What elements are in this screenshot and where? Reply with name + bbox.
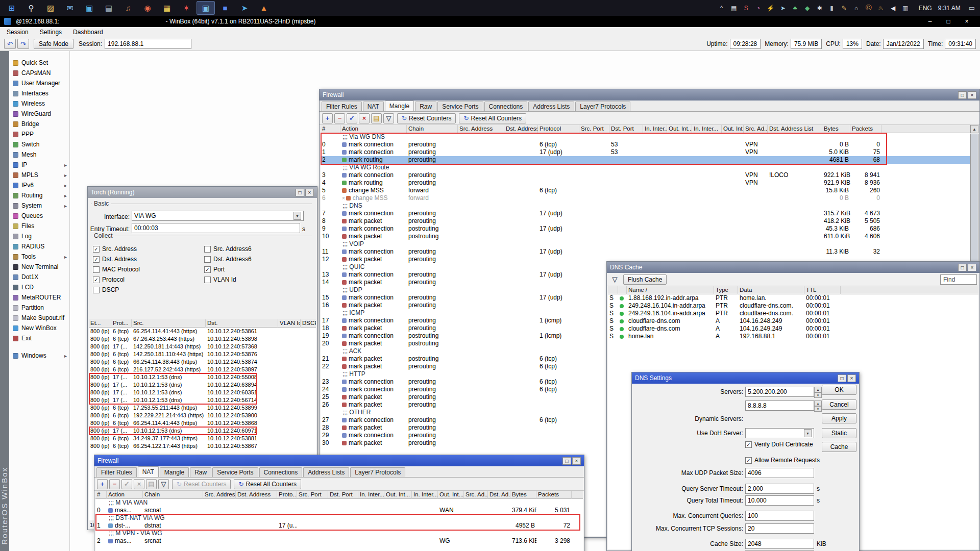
table-row[interactable]: 800 (ip)6 (tcp)66.254.114.41:443 (https)… — [89, 328, 316, 335]
tab-service-ports[interactable]: Service Ports — [437, 102, 483, 111]
column-10-in-inter[interactable]: In. Inter... — [412, 491, 438, 499]
store-icon[interactable]: ▣ — [80, 1, 99, 15]
tab-raw[interactable]: Raw — [190, 467, 211, 477]
tab-connections[interactable]: Connections — [259, 467, 303, 477]
tab-service-ports[interactable]: Service Ports — [212, 467, 258, 477]
query-total-timeout-field[interactable]: 10.000 — [745, 495, 814, 506]
collect-src-address-checkbox[interactable]: Src. Address — [93, 245, 137, 253]
column-15-packets[interactable]: Packets — [850, 125, 881, 133]
blue-app-icon[interactable]: ■ — [216, 1, 234, 15]
column-7-dst-port[interactable]: Dst. Port — [609, 125, 643, 133]
verify-doh-certificate-checkbox[interactable]: Verify DoH Certificate — [745, 440, 813, 448]
down-arrow-icon[interactable]: ▾ — [814, 406, 822, 412]
browser-icon[interactable]: ◉ — [138, 1, 157, 15]
close-button[interactable]: × — [958, 16, 976, 27]
tray-grid-icon[interactable]: ▦ — [728, 2, 740, 14]
tab-nat[interactable]: NAT — [363, 102, 384, 111]
tray-leaf-icon[interactable]: ♣ — [789, 2, 801, 14]
query-server-timeout-field[interactable]: 2.000 — [745, 484, 814, 494]
table-row[interactable]: 800 (ip)17 (...10.10.12.1:53 (dns)10.10.… — [89, 373, 316, 381]
sidebar-item-make-supout-rif[interactable]: Make Supout.rif — [9, 313, 69, 323]
disable-button[interactable]: × — [134, 479, 144, 489]
column-3-src-address[interactable]: Src. Address — [458, 125, 504, 133]
column-13-dst-address-list[interactable]: Dst. Address List — [768, 125, 822, 133]
tab-filter-rules[interactable]: Filter Rules — [322, 102, 362, 111]
column-6-src-port[interactable]: Src. Port — [579, 125, 609, 133]
comment-button[interactable]: ▤ — [371, 113, 382, 123]
tray-steam-icon[interactable]: ♨ — [875, 2, 887, 14]
tray-ring-icon[interactable]: ◔ — [752, 2, 765, 14]
column-2-src[interactable]: Src. — [132, 319, 206, 328]
column-9-out-int[interactable]: Out. Int... — [667, 125, 692, 133]
column-1-flags[interactable] — [618, 286, 627, 294]
tab-mangle[interactable]: Mangle — [385, 101, 414, 111]
column-2-chain[interactable]: Chain — [143, 491, 203, 499]
dns-settings-titlebar[interactable]: DNS Settings □ × — [632, 372, 859, 384]
entry-timeout-field[interactable]: 00:00:03 — [132, 223, 300, 233]
sidebar-item-tools[interactable]: Tools▸ — [9, 252, 69, 262]
table-row[interactable]: 10mark packetpostrouting611.0 KiB4 606 — [321, 233, 970, 240]
clock[interactable]: 9:31 AM — [938, 5, 961, 12]
sidebar-item-new-terminal[interactable]: New Terminal — [9, 262, 69, 272]
scroll-up-icon[interactable]: ▲ — [970, 125, 978, 133]
add-button[interactable]: + — [322, 113, 333, 123]
reset-counters-button[interactable]: ↻Reset Counters — [397, 113, 456, 123]
sidebar-item-system[interactable]: System▸ — [9, 201, 69, 211]
column-7-dst-port[interactable]: Dst. Port — [328, 491, 358, 499]
column-1-prot[interactable]: Prot... — [111, 319, 132, 328]
find-input[interactable]: Find — [940, 274, 977, 285]
sidebar-item-mpls[interactable]: MPLS▸ — [9, 170, 69, 180]
use-doh-server-select[interactable]: ▼ — [745, 428, 814, 438]
comment-button[interactable]: ▤ — [146, 479, 157, 489]
column-5-proto[interactable]: Proto... — [277, 491, 297, 499]
max-concurrent-queries-field[interactable]: 100 — [745, 511, 814, 521]
table-section-row[interactable]: ;;; VIA WG Route — [321, 164, 970, 171]
table-row[interactable]: S249.249.16.104.in-addr.arpaPTRcloudflar… — [608, 310, 978, 317]
column-1-action[interactable]: Action — [340, 125, 407, 133]
notes-icon[interactable]: ▦ — [158, 1, 176, 15]
column-2-name[interactable]: Name / — [627, 286, 714, 294]
max-udp-packet-size-field[interactable]: 4096 — [745, 468, 814, 478]
tab-layer7-protocols[interactable]: Layer7 Protocols — [350, 467, 405, 477]
tab-address-lists[interactable]: Address Lists — [303, 467, 349, 477]
start-icon[interactable]: ⊞ — [3, 1, 21, 15]
collect-dscp-checkbox[interactable]: DSCP — [93, 286, 119, 294]
tab-filter-rules[interactable]: Filter Rules — [96, 467, 137, 477]
telegram-icon[interactable]: ➤ — [235, 1, 254, 15]
sidebar-item-interfaces[interactable]: Interfaces — [9, 88, 69, 98]
column-4-dst-address[interactable]: Dst. Address — [236, 491, 277, 499]
column-4-data[interactable]: Data — [738, 286, 804, 294]
tray-chevron-icon[interactable]: ^ — [716, 2, 728, 14]
table-row[interactable]: 800 (ip)17 (...10.10.12.1:53 (dns)10.10.… — [89, 389, 316, 396]
table-row[interactable]: Scloudflare-dns.comA104.16.248.24900:00:… — [608, 317, 978, 325]
table-section-row[interactable]: ;;; DNS — [321, 202, 970, 210]
table-row[interactable]: 4mark routingpreroutingVPN921.9 KiB8 936 — [321, 179, 970, 187]
tab-layer7-protocols[interactable]: Layer7 Protocols — [575, 102, 630, 111]
column-1-action[interactable]: Action — [107, 491, 143, 499]
mail-icon[interactable]: ✉ — [61, 1, 79, 15]
down-arrow-icon[interactable]: ▾ — [814, 392, 822, 398]
table-row[interactable]: 5change MSSforward6 (tcp)15.8 KiB260 — [321, 187, 970, 194]
redo-button[interactable]: ↷ — [17, 39, 29, 49]
column-15-packets[interactable]: Packets — [536, 491, 572, 499]
table-row[interactable]: 11mark connectionprerouting17 (udp)11.3 … — [321, 248, 970, 256]
sidebar-item-ip[interactable]: IP▸ — [9, 160, 69, 170]
table-row[interactable]: 1mark connectionprerouting17 (udp)53VPN5… — [321, 148, 970, 156]
firewall-titlebar[interactable]: Firewall □ × — [320, 89, 979, 101]
column-6-src-port[interactable]: Src. Port — [297, 491, 328, 499]
sidebar-item-partition[interactable]: Partition — [9, 303, 69, 313]
cache-button[interactable]: Cache — [822, 442, 856, 452]
enable-button[interactable]: ✓ — [121, 479, 132, 489]
table-row[interactable]: 2mark routingprerouting4681 B68 — [321, 156, 970, 164]
tab-mangle[interactable]: Mangle — [160, 467, 189, 477]
scrollbar-thumb[interactable] — [970, 134, 978, 261]
column-5-ttl[interactable]: TTL — [804, 286, 841, 294]
music-icon[interactable]: ♫ — [119, 1, 137, 15]
maximize-button[interactable]: □ — [958, 91, 967, 99]
sidebar-item-quick-set[interactable]: Quick Set — [9, 58, 69, 68]
cache-size-field[interactable]: 2048 — [745, 539, 814, 549]
allow-remote-requests-checkbox[interactable]: Allow Remote Requests — [745, 456, 820, 464]
menu-session[interactable]: Session — [1, 27, 34, 37]
table-section-row[interactable]: ;;; DST-NAT VIA WG — [95, 514, 583, 522]
table-row[interactable]: 800 (ip)17 (...10.10.12.1:53 (dns)10.10.… — [89, 381, 316, 389]
